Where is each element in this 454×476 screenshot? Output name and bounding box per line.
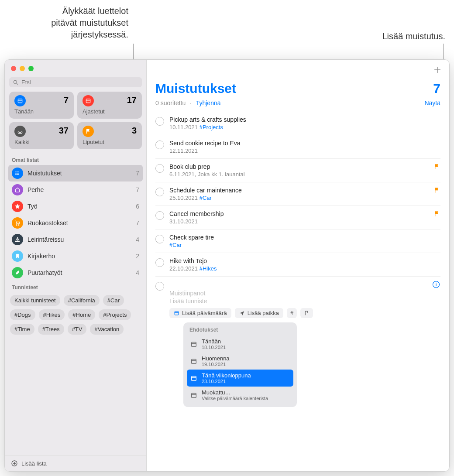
list-count: 7 <box>433 81 440 96</box>
minimize-button[interactable] <box>20 66 25 71</box>
add-tag-button[interactable]: # <box>287 308 297 318</box>
complete-toggle[interactable] <box>155 117 164 126</box>
clear-button[interactable]: Tyhjennä <box>196 99 221 106</box>
complete-toggle[interactable] <box>155 235 164 243</box>
reminder-row[interactable]: Hike with Tejo 22.10.2021 #Hikes <box>155 253 440 277</box>
reminder-row[interactable]: Book club prep 6.11.2021, Joka kk 1. lau… <box>155 159 440 182</box>
list-name: Puutarhatyöt <box>28 269 131 276</box>
complete-toggle[interactable] <box>155 164 164 173</box>
tag-chip[interactable]: #Vacation <box>90 324 124 335</box>
complete-toggle[interactable] <box>155 282 164 291</box>
reminder-row[interactable]: Pickup arts & crafts supplies 10.11.2021… <box>155 112 440 135</box>
main-pane: Muistutukset 7 0 suoritettu · Tyhjennä N… <box>147 60 449 471</box>
list-title: Muistutukset <box>155 81 236 96</box>
complete-toggle[interactable] <box>155 211 164 220</box>
info-button[interactable] <box>432 280 440 290</box>
add-tag-placeholder[interactable]: Lisää tunniste <box>169 298 440 305</box>
suggestion-item[interactable]: Muokattu…Valitse päivämäärä kalenterista <box>187 387 293 404</box>
list-count: 4 <box>136 236 139 243</box>
list-row-leirintäreissu[interactable]: Leirintäreissu 4 <box>8 231 143 248</box>
section-tags: Tunnisteet <box>5 281 146 292</box>
new-reminder-row[interactable]: Muistiinpanot Lisää tunniste Lisää päivä… <box>155 277 440 411</box>
add-flag-button[interactable] <box>300 308 313 318</box>
list-count: 4 <box>136 269 139 276</box>
tag-chip[interactable]: #Projects <box>99 309 131 320</box>
list-name: Leirintäreissu <box>28 236 131 243</box>
show-button[interactable]: Näytä <box>424 99 440 106</box>
suggestion-item[interactable]: Huomenna19.10.2021 <box>187 353 293 370</box>
list-count: 6 <box>136 203 139 210</box>
svg-rect-2 <box>18 99 22 103</box>
add-location-button[interactable]: Lisää paikka <box>235 308 283 318</box>
add-date-button[interactable]: Lisää päivämäärä <box>169 308 231 318</box>
reminder-meta: 6.11.2021, Joka kk 1. lauantai <box>169 171 440 178</box>
reminders-list: Pickup arts & crafts supplies 10.11.2021… <box>147 112 449 411</box>
list-row-kirjakerho[interactable]: Kirjakerho 2 <box>8 248 143 264</box>
list-row-perhe[interactable]: Perhe 7 <box>8 181 143 198</box>
calendar-icon <box>190 375 197 382</box>
tag-chip[interactable]: #TV <box>68 324 87 335</box>
callout-smart-lists: Älykkäät luettelot pitävät muistutukset … <box>15 5 128 41</box>
search-field[interactable] <box>9 77 142 87</box>
maximize-button[interactable] <box>28 66 34 71</box>
smart-scheduled[interactable]: 17 Ajastetut <box>77 92 142 119</box>
smart-flagged[interactable]: 3 Liputetut <box>77 122 142 149</box>
my-lists: Muistutukset 7 Perhe 7 Työ 6 Ruokaostoks… <box>5 165 146 281</box>
svg-rect-25 <box>192 359 196 363</box>
reminder-title: Send cookie recipe to Eva <box>169 140 440 147</box>
reminder-meta: 12.11.2021 <box>169 147 440 154</box>
new-reminder-title-input[interactable] <box>169 281 440 288</box>
tag-chip[interactable]: #Car <box>103 295 124 306</box>
tag-chip[interactable]: Kaikki tunnisteet <box>10 295 60 306</box>
close-button[interactable] <box>11 66 16 71</box>
list-name: Muistutukset <box>28 170 131 177</box>
svg-rect-29 <box>192 393 196 397</box>
list-row-ruokaostokset[interactable]: Ruokaostokset 7 <box>8 215 143 231</box>
section-my-lists: Omat listat <box>5 154 146 165</box>
sidebar: 7 Tänään 17 Ajastetut 37 Kaikki 3 Lipute… <box>5 60 147 471</box>
calendar-icon <box>190 358 197 365</box>
calendar-icon <box>190 341 197 348</box>
window-controls <box>5 60 146 75</box>
smart-all[interactable]: 37 Kaikki <box>9 122 74 149</box>
tag-chip[interactable]: #Trees <box>38 324 64 335</box>
label: Kaikki <box>14 139 69 145</box>
add-list-button[interactable]: Lisää lista <box>5 455 146 471</box>
search-input[interactable] <box>21 79 138 86</box>
date-suggestions-popover: Ehdotukset Tänään18.10.2021 Huomenna19.1… <box>183 322 297 407</box>
count: 3 <box>132 126 137 136</box>
calendar-icon <box>190 392 197 399</box>
complete-toggle[interactable] <box>155 258 164 267</box>
plus-circle-icon <box>11 460 18 467</box>
flag-icon <box>83 126 94 137</box>
label: Tänään <box>14 108 69 115</box>
list-name: Ruokaostokset <box>28 219 131 226</box>
complete-toggle[interactable] <box>155 188 164 196</box>
tag-chip[interactable]: #Dogs <box>10 309 35 320</box>
reminder-row[interactable]: Schedule car maintenance 25.10.2021 #Car <box>155 182 440 206</box>
reminder-title: Check spare tire <box>169 234 440 241</box>
list-row-muistutukset[interactable]: Muistutukset 7 <box>8 165 143 181</box>
reminder-row[interactable]: Check spare tire #Car <box>155 229 440 253</box>
tag-chip[interactable]: #Time <box>10 324 34 335</box>
list-row-puutarhatyöt[interactable]: Puutarhatyöt 4 <box>8 264 143 281</box>
list-count: 7 <box>136 219 139 226</box>
svg-point-8 <box>16 174 16 175</box>
list-name: Työ <box>28 203 131 210</box>
suggestion-item[interactable]: Tänä viikonloppuna23.10.2021 <box>187 370 293 387</box>
complete-toggle[interactable] <box>155 140 164 149</box>
search-icon <box>13 79 19 86</box>
tag-chip[interactable]: #Hikes <box>39 309 65 320</box>
reminder-row[interactable]: Send cookie recipe to Eva 12.11.2021 <box>155 135 440 159</box>
smart-lists: 7 Tänään 17 Ajastetut 37 Kaikki 3 Lipute… <box>5 92 146 154</box>
list-row-työ[interactable]: Työ 6 <box>8 198 143 215</box>
add-reminder-button[interactable] <box>433 65 442 76</box>
notes-placeholder[interactable]: Muistiinpanot <box>169 290 440 297</box>
tag-chip[interactable]: #Home <box>68 309 95 320</box>
label: Liputetut <box>83 139 137 145</box>
list-name: Kirjakerho <box>28 253 131 260</box>
tag-chip[interactable]: #California <box>64 295 100 306</box>
smart-today[interactable]: 7 Tänään <box>9 92 74 119</box>
reminder-row[interactable]: Cancel membership 31.10.2021 <box>155 206 440 229</box>
suggestion-item[interactable]: Tänään18.10.2021 <box>187 336 293 353</box>
